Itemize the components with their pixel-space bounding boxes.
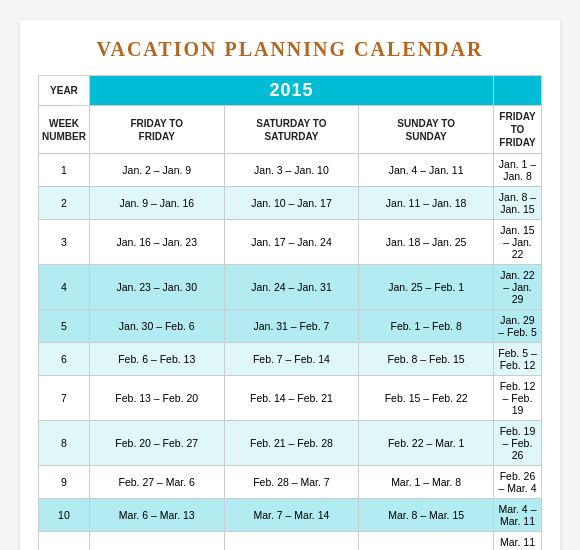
week-number-cell: 3 xyxy=(39,220,90,265)
data-cell-4: Mar. 11 – Mar. 18 xyxy=(494,532,542,551)
calendar-body: 1Jan. 2 – Jan. 9Jan. 3 – Jan. 10Jan. 4 –… xyxy=(39,154,542,551)
data-cell-4: Jan. 29 – Feb. 5 xyxy=(494,310,542,343)
data-cell-1: Mar. 6 – Mar. 13 xyxy=(89,499,224,532)
data-cell-2: Jan. 17 – Jan. 24 xyxy=(224,220,359,265)
week-number-cell: 7 xyxy=(39,376,90,421)
data-cell-2: Jan. 3 – Jan. 10 xyxy=(224,154,359,187)
calendar-table: YEAR 2015 WEEKNUMBER FRIDAY TOFRIDAY SAT… xyxy=(38,75,542,550)
data-cell-1: Jan. 16 – Jan. 23 xyxy=(89,220,224,265)
week-number-cell: 8 xyxy=(39,421,90,466)
data-cell-1: Feb. 20 – Feb. 27 xyxy=(89,421,224,466)
data-cell-2: Jan. 24 – Jan. 31 xyxy=(224,265,359,310)
week-number-cell: 5 xyxy=(39,310,90,343)
table-row: 2Jan. 9 – Jan. 16Jan. 10 – Jan. 17Jan. 1… xyxy=(39,187,542,220)
table-row: 7Feb. 13 – Feb. 20Feb. 14 – Feb. 21Feb. … xyxy=(39,376,542,421)
data-cell-2: Mar. 14 – Mar. 21 xyxy=(224,532,359,551)
data-cell-2: Mar. 7 – Mar. 14 xyxy=(224,499,359,532)
data-cell-1: Feb. 27 – Mar. 6 xyxy=(89,466,224,499)
data-cell-3: Jan. 25 – Feb. 1 xyxy=(359,265,494,310)
week-number-cell: 10 xyxy=(39,499,90,532)
week-number-cell: 9 xyxy=(39,466,90,499)
year-header: YEAR xyxy=(39,76,90,106)
data-cell-3: Jan. 11 – Jan. 18 xyxy=(359,187,494,220)
week-number-cell: 1 xyxy=(39,154,90,187)
data-cell-2: Feb. 7 – Feb. 14 xyxy=(224,343,359,376)
data-cell-1: Jan. 23 – Jan. 30 xyxy=(89,265,224,310)
table-row: 9Feb. 27 – Mar. 6Feb. 28 – Mar. 7Mar. 1 … xyxy=(39,466,542,499)
data-cell-3: Jan. 18 – Jan. 25 xyxy=(359,220,494,265)
table-row: 3Jan. 16 – Jan. 23Jan. 17 – Jan. 24Jan. … xyxy=(39,220,542,265)
col3-header: SUNDAY TOSUNDAY xyxy=(359,106,494,154)
data-cell-1: Feb. 6 – Feb. 13 xyxy=(89,343,224,376)
table-row: 6Feb. 6 – Feb. 13Feb. 7 – Feb. 14Feb. 8 … xyxy=(39,343,542,376)
data-cell-3: Mar. 8 – Mar. 15 xyxy=(359,499,494,532)
data-cell-2: Feb. 28 – Mar. 7 xyxy=(224,466,359,499)
page-title: VACATION PLANNING CALENDAR xyxy=(38,38,542,61)
data-cell-2: Feb. 21 – Feb. 28 xyxy=(224,421,359,466)
data-cell-2: Feb. 14 – Feb. 21 xyxy=(224,376,359,421)
data-cell-4: Jan. 1 – Jan. 8 xyxy=(494,154,542,187)
week-number-cell: 6 xyxy=(39,343,90,376)
data-cell-4: Feb. 5 – Feb. 12 xyxy=(494,343,542,376)
year-value: 2015 xyxy=(89,76,493,106)
data-cell-4: Feb. 12 – Feb. 19 xyxy=(494,376,542,421)
data-cell-4: Jan. 15 – Jan. 22 xyxy=(494,220,542,265)
week-number-cell: 11 xyxy=(39,532,90,551)
table-row: 8Feb. 20 – Feb. 27Feb. 21 – Feb. 28Feb. … xyxy=(39,421,542,466)
data-cell-3: Feb. 8 – Feb. 15 xyxy=(359,343,494,376)
data-cell-2: Jan. 31 – Feb. 7 xyxy=(224,310,359,343)
data-cell-3: Feb. 1 – Feb. 8 xyxy=(359,310,494,343)
data-cell-4: Feb. 26 – Mar. 4 xyxy=(494,466,542,499)
data-cell-4: Jan. 8 – Jan. 15 xyxy=(494,187,542,220)
header-spacer xyxy=(494,76,542,106)
week-number-cell: 2 xyxy=(39,187,90,220)
week-number-header: WEEKNUMBER xyxy=(39,106,90,154)
data-cell-4: Jan. 22 – Jan. 29 xyxy=(494,265,542,310)
data-cell-1: Feb. 13 – Feb. 20 xyxy=(89,376,224,421)
data-cell-3: Feb. 15 – Feb. 22 xyxy=(359,376,494,421)
data-cell-2: Jan. 10 – Jan. 17 xyxy=(224,187,359,220)
data-cell-3: Jan. 4 – Jan. 11 xyxy=(359,154,494,187)
table-row: 11Mar. 13 – Mar. 20Mar. 14 – Mar. 21Mar.… xyxy=(39,532,542,551)
table-row: 4Jan. 23 – Jan. 30Jan. 24 – Jan. 31Jan. … xyxy=(39,265,542,310)
data-cell-1: Jan. 2 – Jan. 9 xyxy=(89,154,224,187)
data-cell-1: Mar. 13 – Mar. 20 xyxy=(89,532,224,551)
data-cell-4: Mar. 4 – Mar. 11 xyxy=(494,499,542,532)
table-row: 5Jan. 30 – Feb. 6Jan. 31 – Feb. 7Feb. 1 … xyxy=(39,310,542,343)
data-cell-1: Jan. 30 – Feb. 6 xyxy=(89,310,224,343)
week-number-cell: 4 xyxy=(39,265,90,310)
data-cell-3: Feb. 22 – Mar. 1 xyxy=(359,421,494,466)
data-cell-1: Jan. 9 – Jan. 16 xyxy=(89,187,224,220)
col2-header: SATURDAY TOSATURDAY xyxy=(224,106,359,154)
col4-header: FRIDAY TOFRIDAY xyxy=(494,106,542,154)
col1-header: FRIDAY TOFRIDAY xyxy=(89,106,224,154)
data-cell-4: Feb. 19 – Feb. 26 xyxy=(494,421,542,466)
table-row: 10Mar. 6 – Mar. 13Mar. 7 – Mar. 14Mar. 8… xyxy=(39,499,542,532)
data-cell-3: Mar. 1 – Mar. 8 xyxy=(359,466,494,499)
calendar-container: VACATION PLANNING CALENDAR YEAR 2015 WEE… xyxy=(20,20,560,550)
data-cell-3: Mar. 15 – Mar. 22 xyxy=(359,532,494,551)
table-row: 1Jan. 2 – Jan. 9Jan. 3 – Jan. 10Jan. 4 –… xyxy=(39,154,542,187)
